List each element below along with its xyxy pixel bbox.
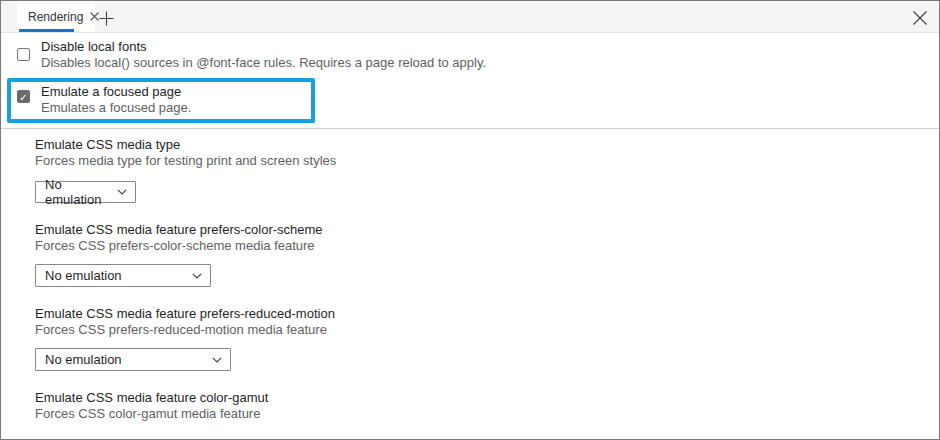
color-gamut-label: Emulate CSS media feature color-gamut [35,390,268,406]
media-type-select[interactable]: No emulation [35,181,136,203]
emulate-focused-page-description: Emulates a focused page. [41,100,191,116]
disable-local-fonts-description: Disables local() sources in @font-face r… [41,55,486,71]
section-divider [1,128,939,129]
prefers-reduced-motion-select-value: No emulation [45,352,122,367]
emulate-focused-page-checkbox[interactable]: ✓ [17,90,30,103]
prefers-reduced-motion-select[interactable]: No emulation [35,348,231,371]
prefers-reduced-motion-label: Emulate CSS media feature prefers-reduce… [35,306,335,322]
chevron-down-icon [192,273,202,279]
prefers-color-scheme-description: Forces CSS prefers-color-scheme media fe… [35,238,315,254]
checkmark-icon: ✓ [19,92,27,103]
prefers-color-scheme-label: Emulate CSS media feature prefers-color-… [35,222,323,238]
chevron-down-icon [117,189,127,195]
disable-local-fonts-label: Disable local fonts [41,39,147,55]
media-type-description: Forces media type for testing print and … [35,153,336,169]
close-icon [913,11,927,25]
prefers-reduced-motion-description: Forces CSS prefers-reduced-motion media … [35,322,327,338]
color-gamut-description: Forces CSS color-gamut media feature [35,406,260,422]
drawer-tab-bar: Rendering [1,1,939,33]
tab-rendering[interactable]: Rendering [17,1,95,32]
prefers-color-scheme-select-value: No emulation [45,268,122,283]
panel-close-button[interactable] [909,7,931,29]
media-type-select-value: No emulation [45,177,109,207]
rendering-panel: Rendering Disable local fonts Disables l… [0,0,940,440]
prefers-color-scheme-select[interactable]: No emulation [35,264,211,287]
plus-icon [99,11,114,26]
new-tab-button[interactable] [96,8,116,28]
disable-local-fonts-checkbox[interactable] [17,48,30,61]
tab-rendering-label: Rendering [28,10,83,24]
chevron-down-icon [212,357,222,363]
emulate-focused-page-label: Emulate a focused page [41,84,181,100]
media-type-label: Emulate CSS media type [35,137,180,153]
active-tab-indicator [19,29,74,32]
